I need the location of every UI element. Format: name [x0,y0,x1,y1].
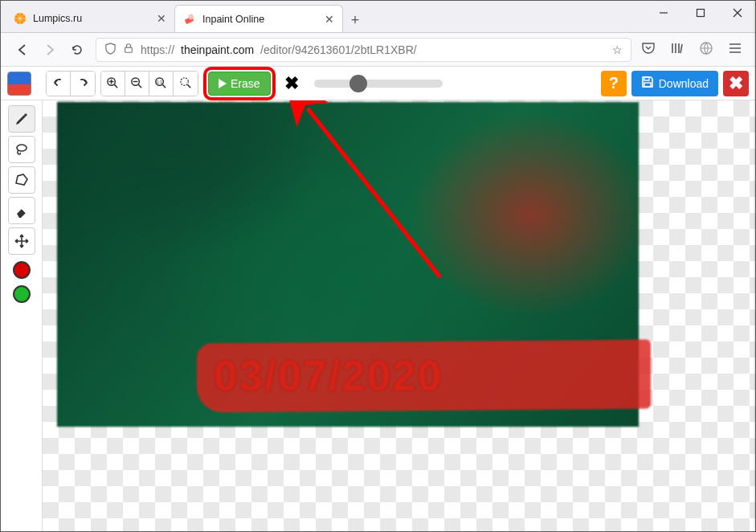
url-path: /editor/942613601/2btLR1XBR/ [260,43,417,56]
zoom-actual-button[interactable]: 1:1 [149,72,174,96]
lock-icon [123,43,134,56]
tab-inpaint[interactable]: Inpaint Online ✕ [174,5,343,32]
app-logo [7,72,31,96]
tab-title: Inpaint Online [202,14,264,25]
clear-mask-button[interactable]: ✖ [282,74,301,93]
library-icon[interactable] [670,41,684,59]
mask-color-red[interactable] [13,261,31,279]
tab-strip: Lumpics.ru ✕ Inpaint Online ✕ + [1,1,755,33]
address-bar: https://theinpaint.com/editor/942613601/… [1,33,755,67]
tab-title: Lumpics.ru [33,13,82,24]
eraser-tool[interactable] [8,197,35,224]
svg-rect-1 [697,10,705,17]
workspace: 03/07/2020 [1,100,755,531]
erase-button[interactable]: Erase [208,72,271,96]
reload-button[interactable] [68,41,86,59]
back-button[interactable] [14,41,31,59]
svg-text:1:1: 1:1 [157,80,162,84]
zoom-group: 1:1 [100,71,198,96]
marker-tool[interactable] [8,105,35,133]
image-datestamp: 03/07/2020 [214,351,443,400]
move-tool[interactable] [8,227,35,255]
play-icon [219,79,227,88]
menu-icon[interactable] [728,41,742,59]
url-domain: theinpaint.com [181,43,254,56]
window-close-button[interactable] [719,0,756,26]
app-toolbar: 1:1 Erase ✖ ? Download ✖ [1,67,755,100]
side-tool-panel [1,100,43,531]
slider-thumb[interactable] [349,75,367,92]
window-controls [645,0,756,26]
svg-point-13 [180,78,187,85]
erase-label: Erase [231,77,260,90]
maximize-button[interactable] [682,0,719,26]
zoom-in-button[interactable] [101,72,125,96]
undo-button[interactable] [47,72,71,96]
globe-icon[interactable] [699,41,713,59]
redo-button[interactable] [71,72,95,96]
cancel-button[interactable]: ✖ [723,71,749,96]
lasso-tool[interactable] [8,136,35,163]
tab-close-icon[interactable]: ✕ [325,13,334,26]
svg-rect-7 [125,47,133,52]
pocket-icon[interactable] [641,41,656,59]
url-field[interactable]: https://theinpaint.com/editor/942613601/… [96,38,631,62]
minimize-button[interactable] [645,0,682,26]
erase-highlight: Erase [203,67,276,100]
bookmark-star-icon[interactable]: ☆ [612,43,623,56]
save-icon [641,76,654,91]
brush-size-slider[interactable] [314,80,443,88]
browser-toolbar-icons [641,41,742,59]
edited-image[interactable]: 03/07/2020 [57,102,639,427]
tab-lumpics[interactable]: Lumpics.ru ✕ [6,5,174,32]
svg-rect-14 [644,77,649,80]
zoom-out-button[interactable] [125,72,149,96]
download-button[interactable]: Download [631,71,718,96]
help-button[interactable]: ? [601,71,627,96]
mask-color-green[interactable] [13,285,31,303]
undo-redo-group [46,71,96,96]
new-tab-button[interactable]: + [343,8,367,32]
url-protocol: https:// [141,43,174,56]
inpaint-app: 1:1 Erase ✖ ? Download ✖ [1,67,755,531]
eraser-icon [183,13,196,26]
polygon-lasso-tool[interactable] [8,166,35,194]
canvas-area[interactable]: 03/07/2020 [43,100,755,531]
zoom-fit-button[interactable] [174,72,198,96]
shield-icon [104,43,116,57]
forward-button[interactable] [41,41,59,59]
orange-slice-icon [14,12,27,25]
browser-window: Lumpics.ru ✕ Inpaint Online ✕ + https://… [0,0,756,532]
tab-close-icon[interactable]: ✕ [157,12,166,25]
download-label: Download [659,77,709,90]
